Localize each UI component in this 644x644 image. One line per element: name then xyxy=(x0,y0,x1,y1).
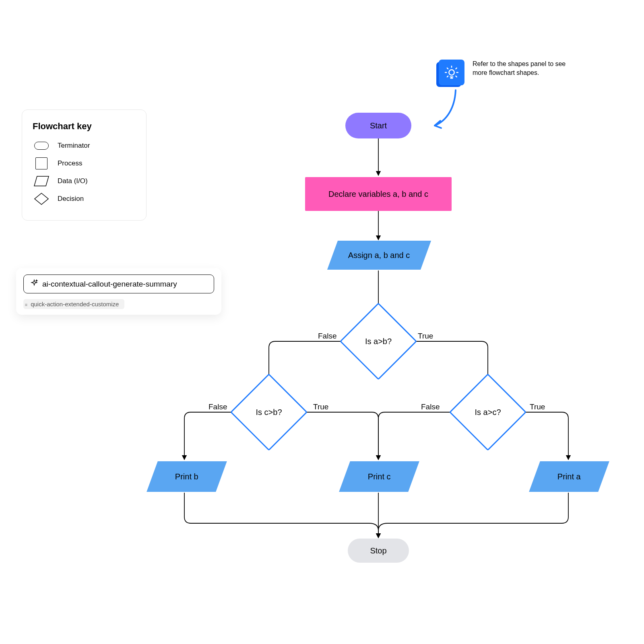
edge-label-false: False xyxy=(421,402,440,411)
node-print-c[interactable]: Print c xyxy=(339,461,419,492)
node-print-b[interactable]: Print b xyxy=(147,461,227,492)
edge-label-true: True xyxy=(418,332,433,341)
edge-label-true: True xyxy=(313,402,328,411)
node-print-a[interactable]: Print a xyxy=(529,461,609,492)
node-decision-a-gt-c[interactable]: Is a>c? xyxy=(460,385,515,440)
node-decision-c-gt-b[interactable]: Is c>b? xyxy=(242,385,296,440)
node-stop[interactable]: Stop xyxy=(348,539,409,563)
node-declare[interactable]: Declare variables a, b and c xyxy=(305,177,452,211)
node-decision-a-gt-b[interactable]: Is a>b? xyxy=(351,314,406,369)
node-assign[interactable]: Assign a, b and c xyxy=(327,241,431,270)
edge-label-false: False xyxy=(318,332,336,341)
node-start[interactable]: Start xyxy=(345,113,411,138)
diagram-canvas[interactable]: Flowchart key Terminator Process Data (I… xyxy=(0,0,644,644)
edges xyxy=(0,0,644,644)
edge-label-false: False xyxy=(208,402,227,411)
edge-label-true: True xyxy=(530,402,545,411)
